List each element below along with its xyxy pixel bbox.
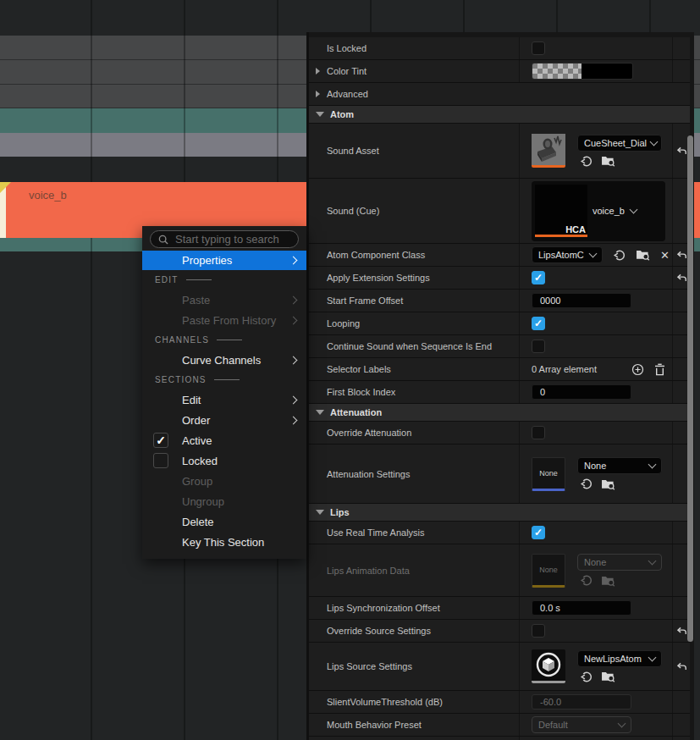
menu-item-paste[interactable]: Paste [142,290,306,310]
sound-asset-dropdown[interactable]: CueSheet_Dial [577,135,662,152]
use-real-time-analysis-checkbox[interactable]: ✓ [532,526,545,539]
active-checkbox[interactable]: ✓ [153,433,168,448]
add-element-icon[interactable] [631,363,644,376]
lips-source-settings-dropdown[interactable]: NewLipsAtom [577,650,662,667]
attenuation-settings-dropdown[interactable]: None [577,457,662,474]
property-label: Looping [309,312,519,334]
row-lips-source-settings: Lips Source Settings NewLipsAtom [309,643,690,691]
menu-search-input[interactable] [174,232,291,246]
attenuation-settings-thumbnail[interactable]: None [532,457,565,491]
property-label: Sound Asset [309,124,519,178]
property-label: Apply Extension Settings [309,267,519,289]
property-label: Override Source Settings [309,620,519,642]
browse-icon[interactable] [636,249,650,261]
expander-icon[interactable] [316,68,320,75]
menu-item-edit[interactable]: Edit [142,389,306,410]
row-override-attenuation: Override Attenuation [309,422,690,445]
continue-sound-checkbox[interactable] [532,340,545,353]
row-lips-sync-offset: Lips Synchronization Offset [309,597,690,620]
menu-item-properties[interactable]: Properties [142,251,306,270]
speaker-icon [532,134,565,165]
looping-checkbox[interactable]: ✓ [532,317,545,330]
apply-extension-settings-checkbox[interactable]: ✓ [532,271,545,284]
sound-asset-thumbnail[interactable] [532,134,565,168]
property-label: Sound (Cue) [309,179,519,243]
override-source-settings-checkbox[interactable] [532,624,545,638]
search-icon [157,234,169,246]
delete-all-icon[interactable] [654,363,665,376]
row-partial [309,737,690,740]
property-label: Color Tint [327,66,367,76]
reset-to-default-icon[interactable] [676,662,687,671]
color-tint-swatch[interactable] [532,63,633,80]
menu-item-curve-channels[interactable]: Curve Channels [142,350,306,370]
use-selected-icon[interactable] [580,478,593,490]
use-selected-icon[interactable] [580,671,593,683]
property-label: Lips Synchronization Offset [309,597,519,619]
sound-cue-dropdown[interactable]: voice_b [593,206,637,216]
chevron-right-icon [289,395,298,404]
chevron-down-icon [589,250,598,258]
menu-item-locked[interactable]: Locked [142,450,306,471]
sound-cue-thumbnail[interactable]: HCA [535,185,587,237]
sound-cue-picker[interactable]: HCA voice_b [532,181,665,241]
override-attenuation-checkbox[interactable] [532,426,545,439]
menu-item-delete[interactable]: Delete [142,511,306,532]
menu-item-ungroup[interactable]: Ungroup [142,491,306,511]
array-count: 0 Array element [532,364,631,374]
clip-ease-triangle [0,182,11,193]
property-label: Atom Component Class [309,244,519,266]
chevron-right-icon [289,356,298,364]
lips-source-settings-thumbnail[interactable] [532,649,565,683]
reset-to-default-icon[interactable] [676,251,687,260]
use-selected-icon[interactable] [580,155,593,168]
property-label: Start Frame Offset [309,290,519,312]
menu-item-paste-from-history[interactable]: Paste From History [142,310,306,330]
reset-to-default-icon[interactable] [676,627,687,636]
panel-scrollbar[interactable] [687,135,693,642]
expander-icon[interactable] [316,91,320,97]
menu-section-edit: EDIT [142,270,306,290]
locked-checkbox[interactable] [153,453,168,468]
menu-search-box[interactable] [150,230,299,248]
is-locked-checkbox[interactable] [532,41,545,55]
start-frame-offset-input[interactable] [532,293,631,308]
browse-icon[interactable] [601,671,615,682]
atom-component-class-dropdown[interactable]: LipsAtomC [532,246,603,263]
category-lips[interactable]: Lips [309,504,690,522]
collapse-icon [316,510,324,515]
clear-icon[interactable]: ✕ [660,250,670,261]
property-label: Lips Animation Data [309,544,519,596]
reset-to-default-icon[interactable] [676,273,687,283]
chevron-down-icon [648,653,657,661]
lips-sync-offset-input[interactable] [532,600,631,616]
chevron-down-icon [629,206,637,214]
codec-badge: HCA [565,224,586,235]
row-looping: Looping ✓ [309,312,690,335]
section-rule [186,279,212,280]
chevron-down-icon [650,137,659,146]
section-context-menu: Properties EDIT Paste Paste From History… [142,226,306,559]
browse-icon[interactable] [601,155,615,167]
clip-label: voice_b [29,189,67,202]
chevron-right-icon [289,416,298,424]
reset-to-default-icon[interactable] [676,146,687,156]
category-atom[interactable]: Atom [309,106,690,124]
menu-item-order[interactable]: Order [142,410,306,430]
chevron-right-icon [289,257,298,265]
menu-item-active[interactable]: ✓ Active [142,430,306,450]
browse-icon[interactable] [601,478,615,490]
menu-item-key-this-section[interactable]: Key This Section [142,532,306,552]
property-label: Advanced [327,89,368,99]
property-label: Use Real Time Analysis [309,522,519,544]
use-selected-icon[interactable] [613,249,626,262]
category-attenuation[interactable]: Attenuation [309,404,690,422]
row-override-source-settings: Override Source Settings [309,620,690,643]
collapse-icon [316,410,324,415]
menu-item-group[interactable]: Group [142,471,306,491]
asset-type-underline [535,235,587,237]
chevron-right-icon [289,316,298,324]
property-label: Override Attenuation [309,422,519,444]
slient-volume-threshold-input [532,694,631,710]
first-block-index-input[interactable] [532,384,631,400]
